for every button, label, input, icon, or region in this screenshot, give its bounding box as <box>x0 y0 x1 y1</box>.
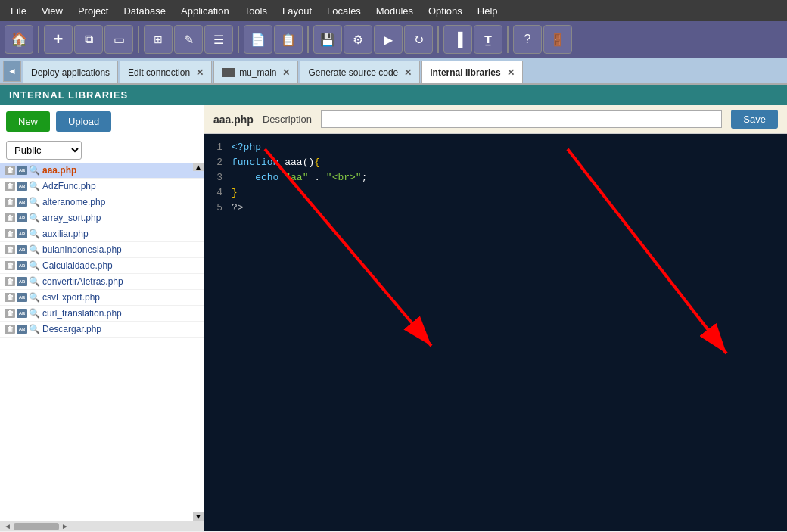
file-item[interactable]: 🗑 AB 🔍 curl_translation.php <box>0 306 204 322</box>
file-ab-icon[interactable]: AB <box>17 309 27 318</box>
toolbar-window-button[interactable]: ▭ <box>104 25 133 54</box>
save-button[interactable]: Save <box>731 110 778 129</box>
toolbar-gear-button[interactable]: ⚙ <box>344 25 372 54</box>
line-content-5: ?> <box>232 201 787 216</box>
file-ab-icon[interactable]: AB <box>17 277 27 286</box>
file-search-icon[interactable]: 🔍 <box>29 293 39 302</box>
file-item[interactable]: 🗑 AB 🔍 Calculaldade.php <box>0 258 204 274</box>
file-ab-icon[interactable]: AB <box>17 325 27 334</box>
file-item[interactable]: 🗑 AB 🔍 csvExport.php <box>0 290 204 306</box>
file-trash-icon[interactable]: 🗑 <box>5 309 15 318</box>
toolbar-home-button[interactable]: 🏠 <box>5 25 33 54</box>
file-search-icon[interactable]: 🔍 <box>29 166 39 175</box>
toolbar-help-button[interactable]: ? <box>513 25 542 54</box>
file-search-icon[interactable]: 🔍 <box>29 213 39 222</box>
line-content-4: } <box>232 185 787 201</box>
tab-edit-close[interactable]: ✕ <box>196 67 204 78</box>
tab-internal-close[interactable]: ✕ <box>507 67 515 78</box>
menu-layout[interactable]: Layout <box>275 2 319 20</box>
file-item[interactable]: 🗑 AB 🔍 alteranome.php <box>0 194 204 210</box>
hscroll-right-arrow[interactable]: ► <box>59 522 71 530</box>
file-search-icon[interactable]: 🔍 <box>29 198 39 207</box>
toolbar-exit-button[interactable]: 🚪 <box>543 25 572 54</box>
file-trash-icon[interactable]: 🗑 <box>5 182 15 191</box>
main-content: New Upload Public Private All 🗑 AB 🔍 aaa… <box>0 105 787 531</box>
file-search-icon[interactable]: 🔍 <box>29 309 39 318</box>
file-ab-icon[interactable]: AB <box>17 166 27 175</box>
file-item[interactable]: 🗑 AB 🔍 Descargar.php <box>0 322 204 338</box>
line-num-1: 1 <box>204 140 232 155</box>
file-trash-icon[interactable]: 🗑 <box>5 261 15 270</box>
description-input[interactable] <box>321 110 722 128</box>
code-editor[interactable]: 1 <?php 2 function aaa(){ 3 echo "aa" . … <box>204 134 787 531</box>
menu-file[interactable]: File <box>3 2 34 20</box>
menu-locales[interactable]: Locales <box>319 2 369 20</box>
file-ab-icon[interactable]: AB <box>17 229 27 238</box>
toolbar-docs-button[interactable]: 📋 <box>274 25 303 54</box>
file-item[interactable]: 🗑 AB 🔍 array_sort.php <box>0 210 204 226</box>
menu-help[interactable]: Help <box>470 2 505 20</box>
tab-generate-source[interactable]: Generate source code ✕ <box>300 61 420 83</box>
toolbar-sidebar-button[interactable]: ▐ <box>443 25 472 54</box>
toolbar-list-button[interactable]: ☰ <box>204 25 233 54</box>
filter-select[interactable]: Public Private All <box>6 141 82 160</box>
toolbar-pencil-button[interactable]: ✎ <box>174 25 203 54</box>
code-line-3: 3 echo "aa" . "<br>"; <box>204 170 787 185</box>
tab-mu-main[interactable]: mu_main ✕ <box>213 61 298 83</box>
new-button[interactable]: New <box>6 111 50 132</box>
file-item[interactable]: 🗑 AB 🔍 aaa.php <box>0 163 204 179</box>
file-ab-icon[interactable]: AB <box>17 261 27 270</box>
file-item[interactable]: 🗑 AB 🔍 convertirAletras.php <box>0 274 204 290</box>
file-search-icon[interactable]: 🔍 <box>29 261 39 270</box>
menu-view[interactable]: View <box>34 2 70 20</box>
toolbar-doc-button[interactable]: 📄 <box>244 25 272 54</box>
file-ab-icon[interactable]: AB <box>17 213 27 222</box>
file-list-scroll-up[interactable]: ▲ <box>193 163 204 171</box>
file-trash-icon[interactable]: 🗑 <box>5 293 15 302</box>
upload-button[interactable]: Upload <box>56 111 111 132</box>
tab-edit-connection[interactable]: Edit connection ✕ <box>120 61 212 83</box>
menu-tools[interactable]: Tools <box>237 2 275 20</box>
toolbar-text-button[interactable]: T̲ <box>474 25 502 54</box>
file-item[interactable]: 🗑 AB 🔍 auxiliar.php <box>0 226 204 242</box>
toolbar-refresh-button[interactable]: ↻ <box>404 25 433 54</box>
file-search-icon[interactable]: 🔍 <box>29 277 39 286</box>
tab-generate-close[interactable]: ✕ <box>404 67 412 78</box>
tab-internal-libraries[interactable]: Internal libraries ✕ <box>421 61 522 83</box>
menu-project[interactable]: Project <box>70 2 116 20</box>
file-ab-icon[interactable]: AB <box>17 182 27 191</box>
file-search-icon[interactable]: 🔍 <box>29 229 39 238</box>
file-trash-icon[interactable]: 🗑 <box>5 198 15 207</box>
toolbar-play-button[interactable]: ▶ <box>374 25 403 54</box>
menu-options[interactable]: Options <box>421 2 470 20</box>
file-list-scroll-down[interactable]: ▼ <box>193 512 204 521</box>
hscroll-thumb[interactable] <box>14 523 59 530</box>
file-search-icon[interactable]: 🔍 <box>29 245 39 254</box>
toolbar-save-button[interactable]: 💾 <box>313 25 342 54</box>
hscroll-left-arrow[interactable]: ◄ <box>2 522 14 530</box>
file-trash-icon[interactable]: 🗑 <box>5 277 15 286</box>
file-name-label: convertirAletras.php <box>42 276 123 287</box>
file-ab-icon[interactable]: AB <box>17 245 27 254</box>
toolbar-copy-button[interactable]: ⧉ <box>74 25 103 54</box>
file-trash-icon[interactable]: 🗑 <box>5 166 15 175</box>
menu-modules[interactable]: Modules <box>369 2 421 20</box>
tab-deploy-applications[interactable]: Deploy applications <box>23 61 118 83</box>
toolbar-new-button[interactable]: + <box>44 25 73 54</box>
tab-scroll-left[interactable]: ◄ <box>3 61 21 82</box>
file-trash-icon[interactable]: 🗑 <box>5 213 15 222</box>
tab-mu-main-close[interactable]: ✕ <box>282 67 290 78</box>
file-item[interactable]: 🗑 AB 🔍 bulanIndonesia.php <box>0 242 204 258</box>
file-trash-icon[interactable]: 🗑 <box>5 325 15 334</box>
file-trash-icon[interactable]: 🗑 <box>5 245 15 254</box>
file-ab-icon[interactable]: AB <box>17 198 27 207</box>
menu-application[interactable]: Application <box>173 2 237 20</box>
file-ab-icon[interactable]: AB <box>17 293 27 302</box>
menu-database[interactable]: Database <box>116 2 173 20</box>
line-content-2: function aaa(){ <box>232 155 787 170</box>
file-trash-icon[interactable]: 🗑 <box>5 229 15 238</box>
file-item[interactable]: 🗑 AB 🔍 AdzFunc.php <box>0 179 204 194</box>
file-search-icon[interactable]: 🔍 <box>29 325 39 334</box>
file-search-icon[interactable]: 🔍 <box>29 182 39 191</box>
toolbar-grid-button[interactable]: ⊞ <box>144 25 173 54</box>
